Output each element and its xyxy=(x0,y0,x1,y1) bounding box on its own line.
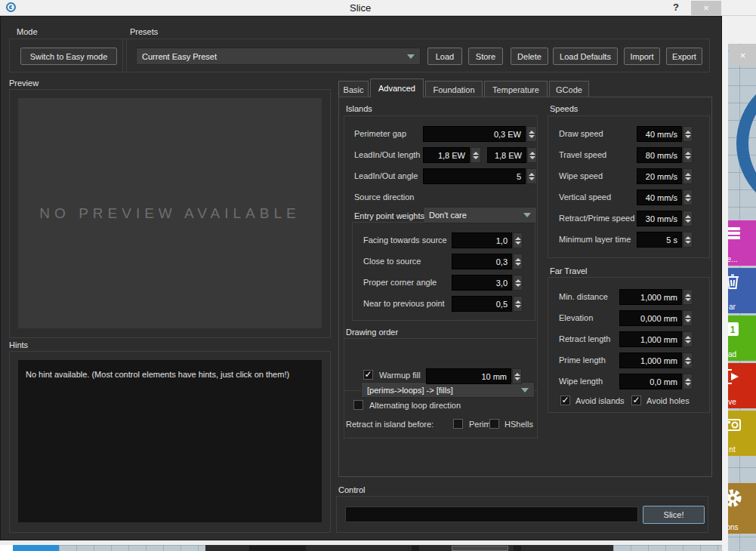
field-label: Vertical speed xyxy=(559,192,611,202)
field-label: Source direction xyxy=(354,192,415,202)
retract-prime-speed-field[interactable]: 30 mm/s xyxy=(637,211,682,226)
draw-speed-spinner[interactable] xyxy=(683,126,693,142)
bottom-toolbar-item[interactable] xyxy=(249,546,306,551)
chevron-down-icon xyxy=(521,388,529,392)
perimeter-gap-spinner[interactable] xyxy=(526,126,537,142)
hint-text: No hint available. (Most control element… xyxy=(26,370,289,379)
tab-foundation[interactable]: Foundation xyxy=(425,81,483,97)
field-label: Perimeter gap xyxy=(354,129,406,138)
hints-panel: No hint available. (Most control element… xyxy=(18,360,322,522)
preset-delete-button[interactable]: Delete xyxy=(511,48,548,65)
source-direction-select[interactable]: Don't care xyxy=(423,207,537,223)
elevation-spinner[interactable] xyxy=(683,310,693,326)
avoid-holes-checkbox[interactable] xyxy=(631,396,641,405)
no-preview-text: NO PREVIEW AVAILABLE xyxy=(39,205,300,222)
alternating-loop-checkbox[interactable] xyxy=(353,400,363,410)
avoid-islands-label: Avoid islands xyxy=(575,396,625,405)
svg-text:1: 1 xyxy=(730,325,735,335)
drawing-order-value: [perims->loops] -> [fills] xyxy=(367,386,453,395)
elevation-field[interactable]: 0,000 mm xyxy=(619,310,682,326)
leadinout-angle-spinner[interactable] xyxy=(526,168,537,184)
alternating-loop-label: Alternating loop direction xyxy=(369,401,461,410)
field-label: Close to source xyxy=(363,257,421,266)
field-label: LeadIn/Out angle xyxy=(354,171,418,180)
preset-export-button[interactable]: Export xyxy=(666,48,702,65)
field-label: Draw speed xyxy=(559,129,603,138)
warmup-fill-checkbox[interactable] xyxy=(363,370,373,380)
panel-close-button[interactable]: × xyxy=(730,45,756,66)
field-label: Elevation xyxy=(559,313,593,322)
retract-before-label: Retract in island before: xyxy=(346,420,434,429)
switch-easy-mode-button[interactable]: Switch to Easy mode xyxy=(20,48,117,65)
avoid-islands-checkbox[interactable] xyxy=(560,396,570,405)
preview-group-label: Preview xyxy=(9,78,39,88)
window-frame-edge xyxy=(722,16,728,551)
vertical-speed-spinner[interactable] xyxy=(683,189,693,205)
proper-corner-angle-field[interactable]: 3,0 xyxy=(452,275,512,291)
facing-towards-source-field[interactable]: 1,0 xyxy=(452,232,512,248)
near-previous-point-field[interactable]: 0,5 xyxy=(452,296,512,312)
tab-basic[interactable]: Basic xyxy=(338,81,369,97)
retract-before-perim-checkbox[interactable] xyxy=(453,419,463,429)
min-distance-field[interactable]: 1,000 mm xyxy=(619,289,682,305)
retract-before-hshells-checkbox[interactable] xyxy=(489,419,499,429)
close-to-source-field[interactable]: 0,3 xyxy=(452,254,512,269)
wipe-length-spinner[interactable] xyxy=(683,374,693,389)
proper-corner-angle-spinner[interactable] xyxy=(513,275,523,291)
perimeter-gap-field[interactable]: 0,3 EW xyxy=(423,126,526,142)
field-label: Proper corner angle xyxy=(363,278,437,287)
side-toolbar-label: nt xyxy=(729,445,735,454)
travel-speed-spinner[interactable] xyxy=(683,147,693,163)
warmup-fill-field[interactable]: 10 mm xyxy=(426,368,511,384)
prime-length-field[interactable]: 1,000 mm xyxy=(619,352,682,368)
bottom-toolbar-item[interactable] xyxy=(514,546,521,551)
tab-temperature[interactable]: Temperature xyxy=(484,81,548,97)
leadout-length-spinner[interactable] xyxy=(527,147,537,163)
wipe-length-field[interactable]: 0,0 mm xyxy=(619,374,682,389)
travel-speed-field[interactable]: 80 mm/s xyxy=(637,147,682,163)
tab-gcode[interactable]: GCode xyxy=(549,81,589,97)
leadin-length-spinner[interactable] xyxy=(471,147,481,163)
dialog-titlebar[interactable]: Slice ? × xyxy=(0,0,756,16)
preset-load-button[interactable]: Load xyxy=(427,48,462,65)
side-toolbar-label: ve xyxy=(728,398,736,406)
vertical-speed-field[interactable]: 40 mm/s xyxy=(637,189,682,205)
close-to-source-spinner[interactable] xyxy=(513,254,523,269)
min-distance-spinner[interactable] xyxy=(683,289,693,305)
chevron-down-icon xyxy=(407,54,415,59)
dialog-close-button[interactable]: × xyxy=(691,1,721,15)
bottom-toolbar-item[interactable] xyxy=(452,546,508,551)
preset-import-button[interactable]: Import xyxy=(624,48,660,65)
tab-advanced[interactable]: Advanced xyxy=(370,78,424,97)
prime-length-spinner[interactable] xyxy=(683,352,693,368)
leadinout-angle-field[interactable]: 5 xyxy=(423,168,526,184)
bottom-toolbar-item[interactable] xyxy=(412,546,419,551)
preset-selected-value: Current Easy Preset xyxy=(142,52,217,61)
taskbar-fragment-blue-button[interactable] xyxy=(13,545,59,551)
retract-length-field[interactable]: 1,000 mm xyxy=(619,331,682,347)
side-toolbar-label: ar xyxy=(729,303,736,311)
preset-store-button[interactable]: Store xyxy=(468,48,503,65)
leadin-length-field[interactable]: 1,8 EW xyxy=(423,147,470,163)
control-group-label: Control xyxy=(338,485,365,494)
wipe-speed-spinner[interactable] xyxy=(683,168,693,184)
warmup-fill-spinner[interactable] xyxy=(512,368,522,384)
retract-before-hshells-label: HShells xyxy=(505,420,533,429)
hints-group-label: Hints xyxy=(9,340,28,349)
minimum-layer-time-field[interactable]: 5 s xyxy=(637,232,682,248)
close-icon: × xyxy=(703,2,709,14)
leadout-length-field[interactable]: 1,8 EW xyxy=(487,147,526,163)
preset-select[interactable]: Current Easy Preset xyxy=(136,48,421,65)
slice-button[interactable]: Slice! xyxy=(643,506,705,524)
facing-towards-source-spinner[interactable] xyxy=(513,232,523,248)
presets-group-label: Presets xyxy=(130,27,158,36)
retract-length-spinner[interactable] xyxy=(683,331,693,347)
drawing-order-select[interactable]: [perims->loops] -> [fills] xyxy=(361,382,535,398)
preset-load-defaults-button[interactable]: Load Defaults xyxy=(553,48,618,65)
minimum-layer-time-spinner[interactable] xyxy=(683,232,693,248)
retract-prime-speed-spinner[interactable] xyxy=(683,211,693,226)
near-previous-point-spinner[interactable] xyxy=(513,296,523,312)
help-button[interactable]: ? xyxy=(673,2,679,13)
wipe-speed-field[interactable]: 20 mm/s xyxy=(637,168,682,184)
draw-speed-field[interactable]: 40 mm/s xyxy=(637,126,682,142)
